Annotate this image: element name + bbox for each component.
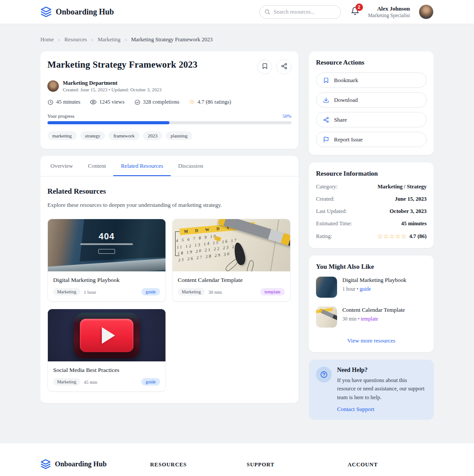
breadcrumb-marketing[interactable]: Marketing <box>97 36 120 43</box>
info-value: Marketing / Strategy <box>377 184 427 190</box>
info-label: Rating: <box>316 233 332 240</box>
duration-stat: 45 minutes <box>47 99 80 105</box>
section-title: Related Resources <box>47 187 291 196</box>
progress-section: Your progress 50% <box>47 113 291 124</box>
card-thumbnail-404-laptop: 404 <box>48 219 165 271</box>
views-stat-label: 1245 views <box>99 99 124 105</box>
also-like-item-digital-marketing-playbook[interactable]: Digital Marketing Playbook 1 hour • guid… <box>316 277 427 298</box>
type-pill-guide: guide <box>141 288 160 296</box>
layers-logo-icon <box>40 459 51 469</box>
rating-stat-label: 4.7 (86 ratings) <box>198 99 231 105</box>
breadcrumb-separator: > <box>124 37 127 43</box>
breadcrumb: Home > Resources > Marketing > Marketing… <box>40 36 434 43</box>
tag[interactable]: planning <box>166 131 193 140</box>
related-card-content-calendar-template[interactable]: M D W D V Z Z 4 5 6 7 8 9 10 11 12 13 14… <box>172 219 291 302</box>
resource-information-heading: Resource Information <box>316 170 427 177</box>
category-chip: Marketing <box>53 288 80 296</box>
tab-bar: Overview Content Related Resources Discu… <box>40 156 298 177</box>
footer: Onboarding Hub Your centralized platform… <box>0 443 474 476</box>
resource-actions-card: Resource Actions Bookmark Download Share… <box>309 51 434 155</box>
notifications-button[interactable]: 2 <box>351 7 359 17</box>
card-title: Social Media Best Practices <box>53 367 160 374</box>
card-thumbnail-video-play-button <box>48 309 165 361</box>
meta-separator: • <box>358 316 359 321</box>
progress-bar <box>47 121 291 124</box>
tab-discussion[interactable]: Discussion <box>171 156 211 176</box>
progress-label: Your progress <box>47 113 75 119</box>
rating-stat: ☆ 4.7 (86 ratings) <box>189 99 231 105</box>
share-action-button[interactable]: Share <box>316 112 427 127</box>
also-like-item-content-calendar-template[interactable]: Content Calendar Template 30 min • templ… <box>316 307 427 328</box>
category-chip: Marketing <box>53 378 80 386</box>
thumbnail-laptop <box>316 277 337 298</box>
tag[interactable]: strategy <box>80 131 105 140</box>
footer-column-heading: RESOURCES <box>150 462 247 468</box>
bookmark-action-button[interactable]: Bookmark <box>316 72 427 88</box>
user-meta: Alex Johnson Marketing Specialist <box>368 5 410 19</box>
top-header: Onboarding Hub 2 Alex Johnson Marketing … <box>0 0 474 24</box>
brand-name: Onboarding Hub <box>56 7 114 17</box>
related-card-social-media-best-practices[interactable]: Social Media Best Practices Marketing 45… <box>47 309 166 392</box>
tab-overview[interactable]: Overview <box>43 156 80 176</box>
content-card: Overview Content Related Resources Discu… <box>40 156 298 403</box>
also-like-type[interactable]: guide <box>360 286 371 292</box>
author-name: Marketing Department <box>63 80 162 87</box>
action-label: Share <box>334 116 347 123</box>
info-label: Estimated Time: <box>316 220 352 227</box>
also-like-title: Digital Marketing Playbook <box>342 277 406 284</box>
resource-information-card: Resource Information Category: Marketing… <box>309 162 434 248</box>
view-more-resources-link[interactable]: View more resources <box>316 336 427 344</box>
tag[interactable]: 2023 <box>143 131 162 140</box>
report-issue-action-button[interactable]: Report Issue <box>316 132 427 147</box>
check-circle-icon <box>134 99 140 105</box>
also-like-duration: 30 min <box>342 316 356 321</box>
footer-column-heading: SUPPORT <box>247 462 348 468</box>
duration-label: 1 hour <box>84 289 96 295</box>
also-like-type[interactable]: template <box>361 316 378 321</box>
flag-icon <box>323 137 329 143</box>
info-row-estimated-time: Estimated Time: 45 minutes <box>316 220 427 227</box>
calendar-numbers: 4 5 6 7 8 9 10 11 12 13 14 15 16 17 18 1… <box>176 231 240 264</box>
related-card-digital-marketing-playbook[interactable]: 404 Digital Marketing Playbook Marketing… <box>47 219 166 302</box>
help-text: If you have questions about this resourc… <box>337 376 427 402</box>
share-icon <box>323 117 329 123</box>
play-icon <box>102 327 115 344</box>
search-input[interactable] <box>259 5 341 19</box>
type-pill-template: template <box>260 288 285 296</box>
image-404-text: 404 <box>48 231 165 242</box>
breadcrumb-separator: > <box>58 37 61 43</box>
layers-logo-icon <box>40 6 52 18</box>
footer-column-heading: ACCOUNT <box>348 462 434 468</box>
breadcrumb-home[interactable]: Home <box>40 36 54 43</box>
author-avatar <box>47 80 59 92</box>
stats-row: 45 minutes 1245 views 328 completions ☆ … <box>47 99 291 105</box>
share-icon <box>281 63 287 71</box>
completions-stat-label: 328 completions <box>143 99 180 105</box>
footer-brand[interactable]: Onboarding Hub <box>40 459 150 469</box>
tag[interactable]: marketing <box>47 131 77 140</box>
download-action-button[interactable]: Download <box>316 92 427 108</box>
bookmark-button[interactable] <box>257 59 272 74</box>
also-like-duration: 1 hour <box>342 286 356 292</box>
user-name: Alex Johnson <box>368 5 410 12</box>
search-box <box>259 5 341 19</box>
question-icon <box>316 367 332 382</box>
also-like-card: You Might Also Like Digital Marketing Pl… <box>309 256 434 352</box>
info-value: October 3, 2023 <box>390 208 427 215</box>
section-description: Explore these resources to deepen your u… <box>47 202 291 209</box>
resource-header-card: Marketing Strategy Framework 2023 Market… <box>40 51 298 149</box>
contact-support-link[interactable]: Contact Support <box>337 406 427 413</box>
user-avatar[interactable] <box>419 4 434 19</box>
footer-resources-column: RESOURCES Resource Library Learning Path… <box>150 459 247 476</box>
action-label: Report Issue <box>334 136 363 143</box>
tab-content[interactable]: Content <box>80 156 113 176</box>
breadcrumb-resources[interactable]: Resources <box>65 36 87 43</box>
card-title: Digital Marketing Playbook <box>53 277 160 284</box>
tags-row: marketing strategy framework 2023 planni… <box>47 131 291 140</box>
share-button[interactable] <box>276 59 291 74</box>
tag[interactable]: framework <box>108 131 139 140</box>
brand[interactable]: Onboarding Hub <box>40 6 114 18</box>
info-value: June 15, 2023 <box>395 196 427 202</box>
tab-related-resources[interactable]: Related Resources <box>113 156 170 176</box>
meta-separator: • <box>357 286 359 292</box>
